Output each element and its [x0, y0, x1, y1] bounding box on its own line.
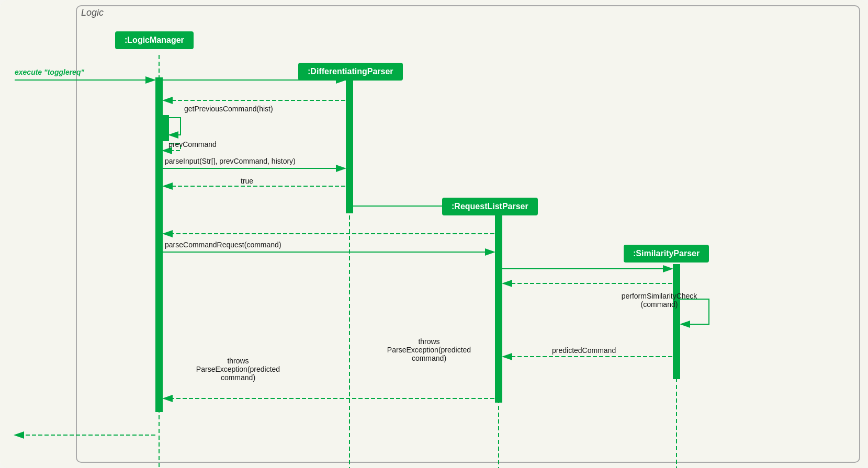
label-true: true — [241, 177, 253, 185]
label-parse-command-request: parseCommandRequest(command) — [165, 241, 281, 249]
label-perform-similarity: performSimilarityCheck(command) — [617, 292, 701, 309]
actor-request-list-parser: :RequestListParser — [442, 198, 538, 215]
throws-label-1: throwsParseException(predictedcommand) — [186, 357, 290, 382]
execute-label: execute "togglereq" — [15, 68, 84, 76]
label-get-previous-command: getPreviousCommand(hist) — [184, 105, 273, 113]
label-predicted-command: predictedCommand — [552, 346, 616, 355]
throws-label-2: throwsParseException(predictedcommand) — [371, 337, 487, 362]
actor-differentiating-parser: :DifferentiatingParser — [298, 63, 403, 81]
actor-logic-manager: :LogicManager — [115, 31, 194, 49]
frame-label: Logic — [81, 7, 104, 18]
label-prev-command: prevCommand — [168, 140, 217, 149]
diagram-container: Logic — [0, 0, 868, 468]
label-parse-input: parseInput(Str[], prevCommand, history) — [165, 157, 296, 165]
frame-border — [76, 5, 860, 463]
actor-similarity-parser: :SimilarityParser — [624, 245, 709, 262]
